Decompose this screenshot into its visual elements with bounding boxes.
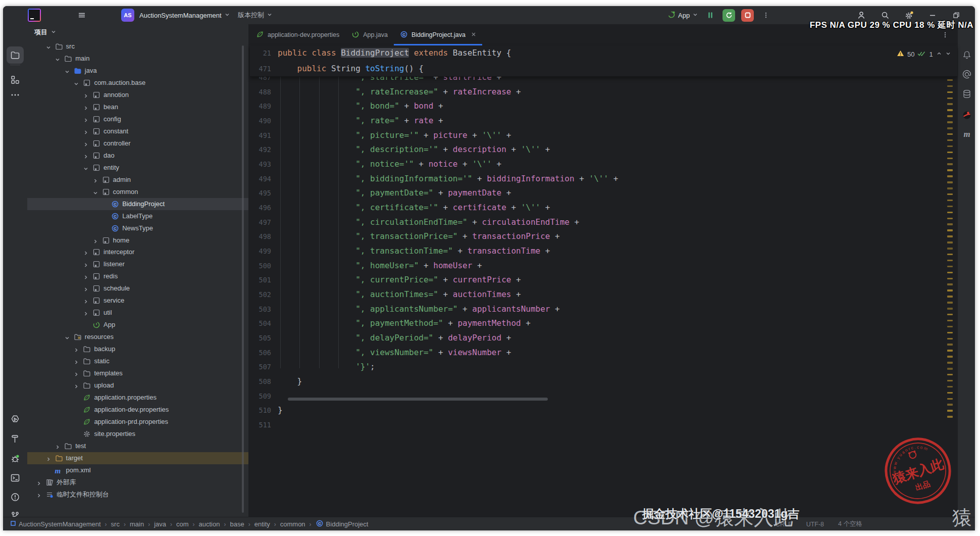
chevron-up-icon[interactable] [936,51,942,58]
tab-close-icon[interactable] [471,31,476,38]
chevron-right-icon[interactable] [55,443,61,449]
activity-services-icon[interactable] [7,410,24,427]
chevron-right-icon[interactable] [83,128,89,134]
tree-item-pom-xml[interactable]: mpom.xml [27,464,248,476]
breadcrumb-biddingproject[interactable]: CBiddingProject [316,519,369,529]
tree-item-application-properties[interactable]: application.properties [27,392,248,404]
redis-icon[interactable] [960,108,974,122]
tree-item-constant[interactable]: constant [27,125,248,137]
line-number[interactable]: 499 [250,244,271,259]
activity-problems-icon[interactable] [7,489,24,506]
rerun-button[interactable] [723,9,735,22]
idea-logo-icon[interactable] [28,9,41,22]
line-number[interactable]: 502 [250,287,271,302]
breadcrumb-auctionsystemmanagement[interactable]: AuctionSystemManagement [10,520,101,528]
tree-item-listener[interactable]: listener [27,258,248,270]
tree-item-main[interactable]: main [27,53,248,65]
line-number[interactable]: 497 [250,215,271,230]
tab-options-icon[interactable] [942,31,949,40]
tree-item-schedule[interactable]: schedule [27,282,248,295]
tree-item-backup[interactable]: backup [27,343,248,355]
chevron-right-icon[interactable] [83,273,89,279]
tab-app-java[interactable]: App.java [345,24,394,45]
spring-icon[interactable] [960,67,974,81]
tree-item-biddingproject[interactable]: CBiddingProject [27,198,248,210]
tree-item-java[interactable]: java [27,65,248,77]
line-number[interactable]: 492 [250,142,271,157]
tree-item-util[interactable]: util [27,307,248,319]
chevron-right-icon[interactable] [83,116,89,122]
breadcrumb-common[interactable]: common [280,520,305,528]
activity-build-icon[interactable] [7,430,24,448]
chevron-right-icon[interactable] [92,177,98,183]
line-number[interactable]: 490 [250,114,271,128]
tree-item-controller[interactable]: controller [27,137,248,150]
breadcrumb-entity[interactable]: entity [254,520,270,528]
chevron-down-icon[interactable] [64,334,70,340]
tree-item-interceptor[interactable]: interceptor [27,246,248,258]
chevron-down-icon[interactable] [45,43,51,50]
tree-item-upload[interactable]: upload [27,379,248,392]
tree-item-home[interactable]: home [27,234,248,247]
chevron-right-icon[interactable] [83,104,89,110]
tree-item-bean[interactable]: bean [27,101,248,113]
tree-item-app[interactable]: App [27,319,248,331]
tree-item-com-auction-base[interactable]: com.auction.base [27,77,248,89]
chevron-right-icon[interactable] [83,153,89,159]
tree-item-annotion[interactable]: annotion [27,89,248,101]
line-number[interactable]: 508 [250,374,271,389]
database-icon[interactable] [960,87,974,101]
vcs-widget[interactable]: 版本控制 [238,6,273,24]
tree-item-site-properties[interactable]: site.properties [27,428,248,440]
chevron-right-icon[interactable] [36,479,42,485]
notifications-icon[interactable] [960,48,974,62]
chevron-down-icon[interactable] [92,189,98,195]
line-number[interactable]: 507 [250,360,271,374]
status-item-utf-8[interactable]: UTF-8 [806,521,824,528]
chevron-right-icon[interactable] [92,237,98,243]
tree-item-外部库[interactable]: 外部库 [27,476,248,489]
editor[interactable]: 487 ", startPrice=" + startPrice +488 ",… [250,45,957,517]
pause-icon[interactable] [704,9,716,21]
chevron-right-icon[interactable] [83,261,89,267]
chevron-right-icon[interactable] [83,298,89,304]
chevron-down-icon[interactable] [55,56,61,62]
line-number[interactable]: 491 [250,128,271,143]
line-number[interactable]: 493 [250,157,271,172]
chevron-right-icon[interactable] [83,285,89,291]
tree-item-admin[interactable]: admin [27,174,248,186]
line-number[interactable]: 510 [250,403,271,418]
activity-project-icon[interactable] [7,46,24,64]
tree-item-newstype[interactable]: CNewsType [27,222,248,234]
breadcrumb-base[interactable]: base [230,520,244,528]
chevron-right-icon[interactable] [73,358,79,364]
sticky-line[interactable]: 471 public String toString() { [250,61,957,77]
project-name-widget[interactable]: AuctionSystemManagement [139,6,230,24]
line-number[interactable]: 505 [250,331,271,346]
chevron-right-icon[interactable] [45,455,51,461]
chevron-down-icon[interactable] [945,51,951,58]
chevron-right-icon[interactable] [83,310,89,316]
tree-item-resources[interactable]: resources [27,331,248,343]
inspections-widget[interactable]: 50 1 [897,48,951,60]
line-number[interactable]: 504 [250,316,271,331]
tree-item-static[interactable]: static [27,355,248,367]
line-number[interactable]: 511 [250,418,271,432]
status-item-4-个空格[interactable]: 4 个空格 [838,520,862,528]
close-icon[interactable] [974,9,975,21]
tab-biddingproject-java[interactable]: CBiddingProject.java [394,24,482,45]
tree-item-临时文件和控制台[interactable]: 临时文件和控制台 [27,489,248,501]
tree-item-service[interactable]: service [27,295,248,307]
chevron-down-icon[interactable] [83,165,89,171]
main-menu-icon[interactable] [76,9,88,21]
line-number[interactable]: 500 [250,259,271,273]
line-number[interactable]: 489 [250,99,271,114]
line-number[interactable]: 494 [250,172,271,186]
breadcrumb-main[interactable]: main [130,520,144,528]
chevron-right-icon[interactable] [73,370,79,376]
breadcrumb-auction[interactable]: auction [199,520,220,528]
tab-application-dev-properties[interactable]: application-dev.properties [250,24,345,45]
breadcrumb-com[interactable]: com [176,520,189,528]
tree-item-config[interactable]: config [27,113,248,125]
run-configuration-widget[interactable]: App [667,11,698,20]
